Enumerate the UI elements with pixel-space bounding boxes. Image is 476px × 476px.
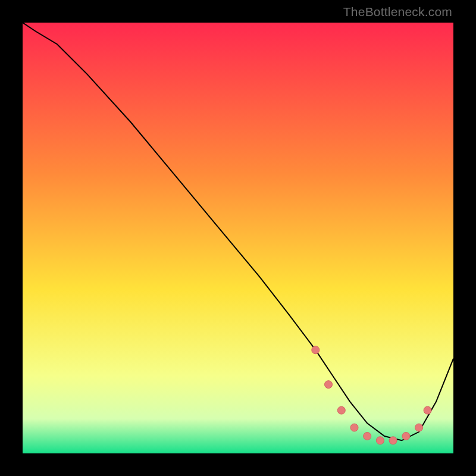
gradient-background [23, 23, 453, 453]
chart-container [23, 23, 453, 453]
marker-point [376, 437, 384, 444]
attribution-text: TheBottleneck.com [343, 5, 452, 19]
marker-point [364, 433, 371, 440]
marker-point [415, 424, 423, 431]
marker-point [312, 346, 320, 354]
marker-point [350, 424, 358, 431]
marker-point [389, 437, 397, 444]
marker-point [424, 406, 431, 414]
marker-point [402, 433, 410, 440]
bottleneck-chart [23, 23, 453, 453]
marker-point [337, 406, 345, 414]
marker-point [325, 381, 333, 389]
